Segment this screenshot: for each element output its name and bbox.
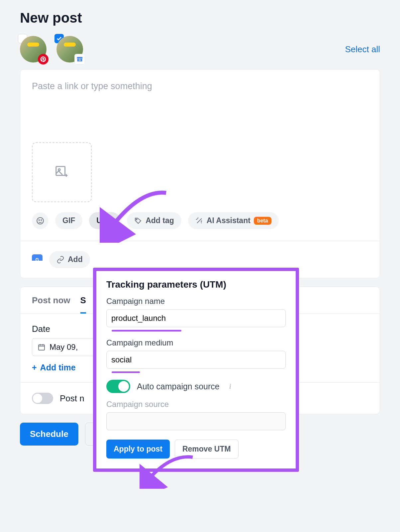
add-action-button[interactable]: Add (49, 251, 90, 268)
campaign-source-label: Campaign source (106, 400, 286, 409)
svg-rect-7 (39, 345, 45, 350)
calendar-icon (38, 343, 46, 351)
gif-button[interactable]: GIF (55, 212, 82, 229)
tab-post-now[interactable]: Post now (32, 295, 70, 314)
utm-popover-title: Tracking parameters (UTM) (106, 279, 286, 290)
svg-point-6 (136, 219, 137, 220)
select-all-link[interactable]: Select all (345, 44, 380, 55)
post-needs-label: Post n (60, 393, 84, 404)
annotation-underline (112, 330, 181, 332)
campaign-medium-input[interactable] (106, 351, 286, 369)
accounts-row: G Select all (20, 36, 380, 63)
utm-button[interactable]: UTM (89, 212, 120, 229)
utm-popover: Tracking parameters (UTM) Campaign name … (93, 268, 299, 472)
editor-toolbar: GIF UTM Add tag AI Assistant beta (32, 212, 368, 229)
svg-point-5 (41, 219, 42, 220)
campaign-name-input[interactable] (106, 309, 286, 327)
image-add-icon (54, 165, 69, 180)
post-needs-toggle[interactable] (32, 393, 53, 404)
annotation-underline (112, 371, 140, 373)
add-tag-button[interactable]: Add tag (127, 212, 181, 229)
account-pinterest[interactable] (20, 36, 47, 63)
google-business-icon: G (32, 254, 43, 265)
emoji-icon (36, 216, 45, 225)
accounts-list: G (20, 36, 83, 63)
campaign-source-input (106, 412, 286, 430)
svg-point-4 (39, 219, 40, 220)
date-value: May 09, (50, 342, 78, 352)
add-action-label: Add (68, 255, 83, 264)
ai-assistant-button[interactable]: AI Assistant beta (188, 212, 279, 229)
svg-text:G: G (79, 58, 81, 62)
apply-to-post-button[interactable]: Apply to post (106, 440, 170, 459)
beta-badge: beta (254, 217, 271, 225)
magic-icon (195, 217, 203, 225)
account-google[interactable]: G (56, 36, 83, 63)
ai-assistant-label: AI Assistant (207, 216, 250, 225)
pinterest-icon (38, 54, 49, 65)
schedule-button[interactable]: Schedule (20, 423, 78, 446)
post-textarea[interactable] (32, 81, 368, 141)
editor-card: GIF UTM Add tag AI Assistant beta G Add (20, 69, 380, 278)
tag-icon (134, 217, 142, 225)
add-timezone-label: Add time (40, 363, 76, 372)
campaign-name-label: Campaign name (106, 297, 286, 306)
add-media-button[interactable] (32, 142, 92, 202)
remove-utm-button[interactable]: Remove UTM (175, 440, 239, 459)
campaign-medium-label: Campaign medium (106, 338, 286, 347)
svg-rect-1 (56, 167, 65, 176)
add-tag-label: Add tag (146, 216, 174, 225)
tab-schedule[interactable]: S (80, 295, 86, 314)
auto-source-label: Auto campaign source (137, 382, 220, 391)
emoji-button[interactable] (32, 212, 49, 229)
link-icon (56, 256, 64, 264)
svg-point-3 (37, 217, 44, 224)
auto-source-toggle[interactable] (106, 380, 130, 393)
info-icon[interactable]: i (226, 382, 234, 390)
page-title: New post (20, 10, 380, 26)
plus-icon: + (32, 363, 37, 372)
google-business-icon: G (74, 54, 85, 65)
